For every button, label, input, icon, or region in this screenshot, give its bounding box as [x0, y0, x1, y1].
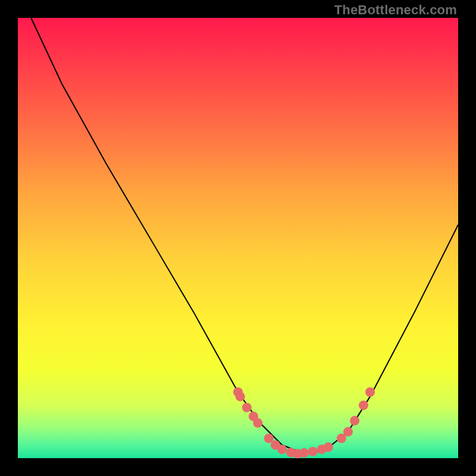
plot-area [18, 18, 458, 458]
curve-marker [308, 447, 318, 456]
curve-marker [365, 387, 375, 397]
curve-marker [242, 403, 252, 412]
curve-marker [324, 443, 333, 452]
curve-marker [253, 418, 262, 428]
curve-marker [350, 416, 359, 425]
chart-svg [18, 18, 458, 458]
curve-marker [359, 400, 368, 410]
curve-markers [233, 387, 375, 459]
chart-frame: TheBottleneck.com [0, 0, 476, 476]
curve-marker [343, 427, 353, 437]
curve-marker [299, 448, 309, 458]
watermark-label: TheBottleneck.com [334, 2, 457, 18]
curve-marker [277, 444, 287, 454]
curve-marker [236, 392, 245, 401]
bottleneck-curve [31, 18, 458, 454]
